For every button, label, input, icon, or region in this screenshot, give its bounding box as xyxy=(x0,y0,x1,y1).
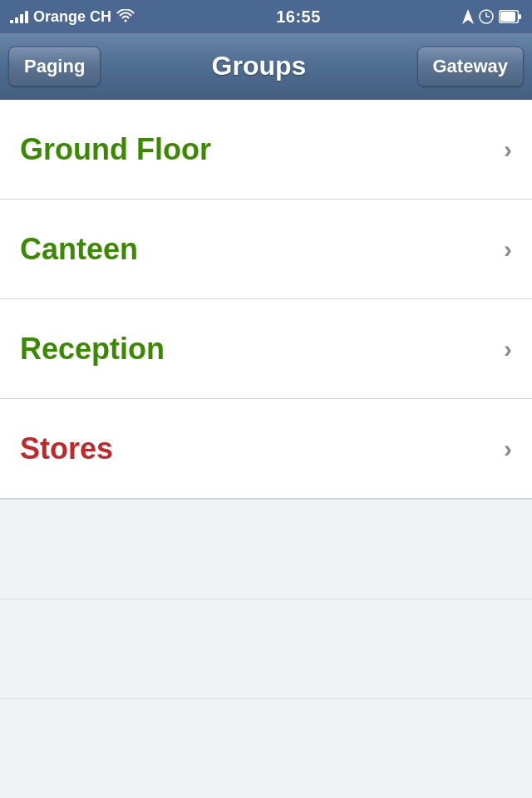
time-label: 16:55 xyxy=(276,7,321,27)
groups-list: Ground Floor›Canteen›Reception›Stores› xyxy=(0,100,532,499)
bottom-area xyxy=(0,499,532,798)
svg-rect-5 xyxy=(500,12,515,22)
nav-bar: Paging Groups Gateway xyxy=(0,33,532,100)
signal-icon xyxy=(10,10,28,23)
bottom-line-3 xyxy=(0,699,532,798)
list-item-label-ground-floor: Ground Floor xyxy=(20,132,211,167)
paging-button[interactable]: Paging xyxy=(8,47,101,86)
carrier-label: Orange CH xyxy=(33,8,111,26)
location-icon xyxy=(462,9,474,24)
gateway-button[interactable]: Gateway xyxy=(417,47,525,86)
chevron-right-icon: › xyxy=(504,135,512,164)
list-item-label-canteen: Canteen xyxy=(20,232,138,267)
status-bar: Orange CH 16:55 xyxy=(0,0,532,33)
status-left: Orange CH xyxy=(10,8,135,26)
list-item-canteen[interactable]: Canteen› xyxy=(0,200,532,299)
clock-icon xyxy=(479,9,494,24)
wifi-icon xyxy=(116,9,135,24)
status-right xyxy=(462,9,522,24)
battery-icon xyxy=(499,10,522,23)
bottom-line-1 xyxy=(0,500,532,599)
svg-marker-0 xyxy=(462,9,474,24)
list-item-label-stores: Stores xyxy=(20,431,113,466)
list-item-reception[interactable]: Reception› xyxy=(0,299,532,399)
svg-rect-6 xyxy=(519,14,521,19)
page-title: Groups xyxy=(101,51,416,81)
bottom-line-2 xyxy=(0,599,532,699)
list-item-ground-floor[interactable]: Ground Floor› xyxy=(0,100,532,200)
chevron-right-icon: › xyxy=(504,435,512,463)
chevron-right-icon: › xyxy=(504,335,512,363)
list-item-label-reception: Reception xyxy=(20,332,165,367)
list-item-stores[interactable]: Stores› xyxy=(0,399,532,499)
chevron-right-icon: › xyxy=(504,235,512,264)
